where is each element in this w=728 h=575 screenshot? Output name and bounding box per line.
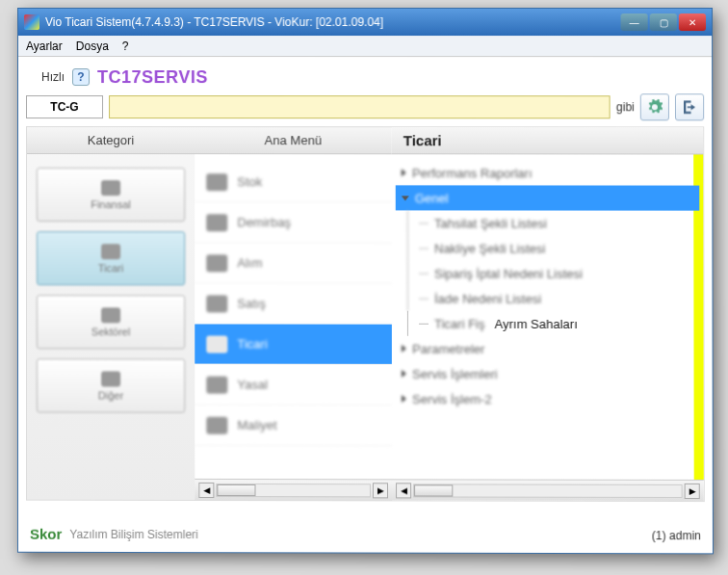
scroll-right-icon[interactable]: ▶ [373,483,388,498]
ticari-column: Ticari Performans Raporları Genel Tahsil… [392,127,704,501]
tree-ayrim-label: Ayrım Sahaları [495,316,578,330]
tree-servis-islem2[interactable]: Servis İşlem-2 [396,386,700,412]
main-panel: Kategori Finansal Ticari Sektörel Diğer … [26,126,705,502]
app-icon [24,14,39,30]
search-input[interactable] [109,95,611,118]
exit-icon [681,98,698,116]
tree-iade[interactable]: İade Nedeni Listesi [396,286,700,311]
tree-siparis[interactable]: Sipariş İptal Nedeni Listesi [396,261,700,286]
window-title: Vio Ticari Sistem(4.7.4.9.3) - TC17SERVI… [45,15,621,29]
ticari-hscroll[interactable]: ◀ ▶ [392,479,704,501]
scroll-left-icon[interactable]: ◀ [198,482,214,497]
anamenu-hscroll[interactable]: ◀ ▶ [195,479,392,500]
ticari-tree: Performans Raporları Genel Tahsilat Şekl… [392,154,704,480]
maximize-button[interactable]: ▢ [650,13,677,31]
menu-bar: Ayarlar Dosya ? [18,36,712,57]
ticari-header: Ticari [392,127,704,154]
menu-satis[interactable]: Satış [195,283,392,324]
footer-user: (1) admin [652,529,701,542]
close-button[interactable]: ✕ [679,13,706,31]
tree-parametreler[interactable]: Parametreler [396,336,700,362]
tree-ayrim-sahalari[interactable]: Ticari FişAyrım Sahaları [396,311,700,337]
kategori-finansal[interactable]: Finansal [37,168,185,222]
scroll-left-icon[interactable]: ◀ [396,483,411,498]
settings-button[interactable] [640,93,669,120]
menu-yasal[interactable]: Yasal [195,365,392,405]
gibi-label: gibi [616,100,635,114]
scroll-right-icon[interactable]: ▶ [685,483,700,498]
tree-servis-islemleri[interactable]: Servis İşlemleri [396,361,700,387]
minimize-button[interactable]: — [621,13,648,31]
kategori-header: Kategori [27,127,195,154]
tcg-box[interactable]: TC-G [26,95,103,118]
tree-genel[interactable]: Genel [396,185,700,210]
tree-nakliye[interactable]: Nakliye Şekli Listesi [396,235,700,260]
menu-ayarlar[interactable]: Ayarlar [26,39,63,53]
app-window: Vio Ticari Sistem(4.7.4.9.3) - TC17SERVI… [17,8,714,554]
kategori-diger[interactable]: Diğer [37,358,185,412]
menu-stok[interactable]: Stok [195,162,392,202]
kategori-ticari[interactable]: Ticari [37,231,185,285]
anamenu-column: Ana Menü Stok Demirbaş Alım Satış Ticari… [195,127,392,500]
menu-demirbas[interactable]: Demirbaş [195,202,392,243]
footer: Skor Yazılım Bilişim Sistemleri (1) admi… [30,526,701,544]
tree-tahsilat[interactable]: Tahsilat Şekli Listesi [396,210,700,235]
menu-maliyet[interactable]: Maliyet [195,405,392,446]
tree-performans[interactable]: Performans Raporları [396,160,700,185]
quick-label: Hızlı [26,70,65,84]
help-icon[interactable]: ? [72,68,90,86]
kategori-sektorel[interactable]: Sektörel [37,295,185,349]
footer-company: Yazılım Bilişim Sistemleri [69,527,651,541]
menu-ticari[interactable]: Ticari [195,324,392,364]
kategori-column: Kategori Finansal Ticari Sektörel Diğer [27,127,195,500]
menu-help[interactable]: ? [122,39,129,53]
exit-button[interactable] [675,93,704,120]
menu-dosya[interactable]: Dosya [76,39,109,53]
service-name: TC17SERVIS [97,67,208,88]
gear-icon [646,98,663,116]
anamenu-header: Ana Menü [195,127,392,154]
title-bar[interactable]: Vio Ticari Sistem(4.7.4.9.3) - TC17SERVI… [18,9,712,36]
footer-brand: Skor [30,526,62,542]
menu-alim[interactable]: Alım [195,243,392,283]
